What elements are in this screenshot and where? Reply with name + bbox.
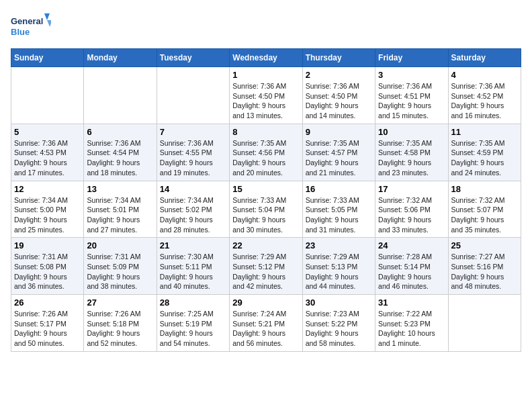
logo: General Blue bbox=[11, 11, 51, 40]
day-info: Sunrise: 7:31 AMSunset: 5:08 PMDaylight:… bbox=[14, 252, 81, 291]
day-number: 13 bbox=[87, 184, 153, 194]
day-info: Sunrise: 7:24 AMSunset: 5:21 PMDaylight:… bbox=[232, 309, 299, 349]
day-info: Sunrise: 7:35 AMSunset: 4:59 PMDaylight:… bbox=[451, 138, 518, 178]
day-number: 29 bbox=[232, 298, 299, 308]
calendar-cell: 25Sunrise: 7:27 AMSunset: 5:16 PMDayligh… bbox=[448, 238, 521, 295]
calendar-cell: 31Sunrise: 7:22 AMSunset: 5:23 PMDayligh… bbox=[375, 295, 448, 352]
day-number: 8 bbox=[232, 127, 299, 137]
day-number: 22 bbox=[232, 240, 299, 250]
svg-marker-2 bbox=[44, 13, 50, 20]
calendar-cell: 4Sunrise: 7:36 AMSunset: 4:52 PMDaylight… bbox=[448, 67, 521, 124]
day-info: Sunrise: 7:32 AMSunset: 5:06 PMDaylight:… bbox=[378, 195, 445, 235]
day-info: Sunrise: 7:33 AMSunset: 5:04 PMDaylight:… bbox=[232, 195, 299, 235]
day-info: Sunrise: 7:34 AMSunset: 5:02 PMDaylight:… bbox=[160, 195, 226, 235]
page-header: General Blue bbox=[11, 11, 521, 40]
calendar-cell: 20Sunrise: 7:31 AMSunset: 5:09 PMDayligh… bbox=[84, 238, 157, 295]
day-number: 2 bbox=[306, 70, 372, 80]
calendar-week-2: 5Sunrise: 7:36 AMSunset: 4:53 PMDaylight… bbox=[11, 124, 521, 181]
day-info: Sunrise: 7:23 AMSunset: 5:22 PMDaylight:… bbox=[306, 309, 372, 349]
day-number: 15 bbox=[232, 184, 299, 194]
day-info: Sunrise: 7:36 AMSunset: 4:50 PMDaylight:… bbox=[306, 81, 372, 121]
calendar-cell: 22Sunrise: 7:29 AMSunset: 5:12 PMDayligh… bbox=[230, 238, 302, 295]
calendar-cell: 5Sunrise: 7:36 AMSunset: 4:53 PMDaylight… bbox=[11, 124, 84, 181]
logo-svg: General Blue bbox=[11, 11, 51, 40]
day-info: Sunrise: 7:35 AMSunset: 4:58 PMDaylight:… bbox=[378, 138, 445, 178]
day-info: Sunrise: 7:28 AMSunset: 5:14 PMDaylight:… bbox=[378, 252, 445, 291]
calendar-cell: 29Sunrise: 7:24 AMSunset: 5:21 PMDayligh… bbox=[230, 295, 302, 352]
day-number: 12 bbox=[14, 184, 81, 194]
calendar-cell: 24Sunrise: 7:28 AMSunset: 5:14 PMDayligh… bbox=[375, 238, 448, 295]
calendar-cell: 28Sunrise: 7:25 AMSunset: 5:19 PMDayligh… bbox=[157, 295, 229, 352]
day-number: 21 bbox=[160, 240, 226, 250]
calendar-cell: 14Sunrise: 7:34 AMSunset: 5:02 PMDayligh… bbox=[157, 181, 229, 238]
calendar-body: 1Sunrise: 7:36 AMSunset: 4:50 PMDaylight… bbox=[11, 67, 521, 352]
calendar-cell: 17Sunrise: 7:32 AMSunset: 5:06 PMDayligh… bbox=[375, 181, 448, 238]
calendar-cell: 26Sunrise: 7:26 AMSunset: 5:17 PMDayligh… bbox=[11, 295, 84, 352]
calendar-cell: 16Sunrise: 7:33 AMSunset: 5:05 PMDayligh… bbox=[302, 181, 375, 238]
day-info: Sunrise: 7:34 AMSunset: 5:00 PMDaylight:… bbox=[14, 195, 81, 235]
calendar-cell: 19Sunrise: 7:31 AMSunset: 5:08 PMDayligh… bbox=[11, 238, 84, 295]
day-info: Sunrise: 7:36 AMSunset: 4:54 PMDaylight:… bbox=[87, 138, 153, 178]
calendar-header: SundayMondayTuesdayWednesdayThursdayFrid… bbox=[11, 49, 521, 67]
day-info: Sunrise: 7:27 AMSunset: 5:16 PMDaylight:… bbox=[451, 252, 518, 291]
day-number: 4 bbox=[451, 70, 518, 80]
day-number: 14 bbox=[160, 184, 226, 194]
calendar-week-3: 12Sunrise: 7:34 AMSunset: 5:00 PMDayligh… bbox=[11, 181, 521, 238]
day-info: Sunrise: 7:30 AMSunset: 5:11 PMDaylight:… bbox=[160, 252, 226, 291]
day-info: Sunrise: 7:26 AMSunset: 5:18 PMDaylight:… bbox=[87, 309, 153, 349]
calendar-cell: 3Sunrise: 7:36 AMSunset: 4:51 PMDaylight… bbox=[375, 67, 448, 124]
calendar-cell bbox=[448, 295, 521, 352]
day-number: 26 bbox=[14, 298, 81, 308]
day-number: 20 bbox=[87, 240, 153, 250]
calendar-cell: 8Sunrise: 7:35 AMSunset: 4:56 PMDaylight… bbox=[230, 124, 302, 181]
day-info: Sunrise: 7:34 AMSunset: 5:01 PMDaylight:… bbox=[87, 195, 153, 235]
day-info: Sunrise: 7:33 AMSunset: 5:05 PMDaylight:… bbox=[306, 195, 372, 235]
day-number: 17 bbox=[378, 184, 445, 194]
day-number: 10 bbox=[378, 127, 445, 137]
calendar-cell: 13Sunrise: 7:34 AMSunset: 5:01 PMDayligh… bbox=[84, 181, 157, 238]
weekday-header-wednesday: Wednesday bbox=[230, 49, 302, 67]
day-info: Sunrise: 7:31 AMSunset: 5:09 PMDaylight:… bbox=[87, 252, 153, 291]
calendar-cell: 27Sunrise: 7:26 AMSunset: 5:18 PMDayligh… bbox=[84, 295, 157, 352]
calendar-cell: 12Sunrise: 7:34 AMSunset: 5:00 PMDayligh… bbox=[11, 181, 84, 238]
calendar-cell: 23Sunrise: 7:29 AMSunset: 5:13 PMDayligh… bbox=[302, 238, 375, 295]
day-number: 27 bbox=[87, 298, 153, 308]
day-number: 9 bbox=[306, 127, 372, 137]
day-info: Sunrise: 7:22 AMSunset: 5:23 PMDaylight:… bbox=[378, 309, 445, 349]
calendar-cell: 15Sunrise: 7:33 AMSunset: 5:04 PMDayligh… bbox=[230, 181, 302, 238]
calendar-table: SundayMondayTuesdayWednesdayThursdayFrid… bbox=[11, 48, 521, 352]
calendar-cell: 9Sunrise: 7:35 AMSunset: 4:57 PMDaylight… bbox=[302, 124, 375, 181]
calendar-cell bbox=[157, 67, 229, 124]
day-number: 6 bbox=[87, 127, 153, 137]
day-info: Sunrise: 7:36 AMSunset: 4:53 PMDaylight:… bbox=[14, 138, 81, 178]
calendar-week-5: 26Sunrise: 7:26 AMSunset: 5:17 PMDayligh… bbox=[11, 295, 521, 352]
day-info: Sunrise: 7:25 AMSunset: 5:19 PMDaylight:… bbox=[160, 309, 226, 349]
weekday-header-monday: Monday bbox=[84, 49, 157, 67]
day-number: 31 bbox=[378, 298, 445, 308]
calendar-cell: 7Sunrise: 7:36 AMSunset: 4:55 PMDaylight… bbox=[157, 124, 229, 181]
svg-text:Blue: Blue bbox=[11, 27, 30, 37]
calendar-cell bbox=[11, 67, 84, 124]
weekday-header-thursday: Thursday bbox=[302, 49, 375, 67]
day-info: Sunrise: 7:36 AMSunset: 4:52 PMDaylight:… bbox=[451, 81, 518, 121]
day-number: 3 bbox=[378, 70, 445, 80]
day-number: 25 bbox=[451, 240, 518, 250]
calendar-cell: 6Sunrise: 7:36 AMSunset: 4:54 PMDaylight… bbox=[84, 124, 157, 181]
day-info: Sunrise: 7:36 AMSunset: 4:55 PMDaylight:… bbox=[160, 138, 226, 178]
calendar-cell: 2Sunrise: 7:36 AMSunset: 4:50 PMDaylight… bbox=[302, 67, 375, 124]
day-number: 7 bbox=[160, 127, 226, 137]
calendar-week-4: 19Sunrise: 7:31 AMSunset: 5:08 PMDayligh… bbox=[11, 238, 521, 295]
day-info: Sunrise: 7:29 AMSunset: 5:12 PMDaylight:… bbox=[232, 252, 299, 291]
day-number: 5 bbox=[14, 127, 81, 137]
calendar-cell: 10Sunrise: 7:35 AMSunset: 4:58 PMDayligh… bbox=[375, 124, 448, 181]
day-number: 28 bbox=[160, 298, 226, 308]
day-number: 24 bbox=[378, 240, 445, 250]
day-number: 19 bbox=[14, 240, 81, 250]
day-info: Sunrise: 7:35 AMSunset: 4:57 PMDaylight:… bbox=[306, 138, 372, 178]
day-number: 23 bbox=[306, 240, 372, 250]
calendar-cell bbox=[84, 67, 157, 124]
day-info: Sunrise: 7:32 AMSunset: 5:07 PMDaylight:… bbox=[451, 195, 518, 235]
svg-marker-3 bbox=[47, 20, 51, 27]
calendar-cell: 1Sunrise: 7:36 AMSunset: 4:50 PMDaylight… bbox=[230, 67, 302, 124]
day-info: Sunrise: 7:26 AMSunset: 5:17 PMDaylight:… bbox=[14, 309, 81, 349]
